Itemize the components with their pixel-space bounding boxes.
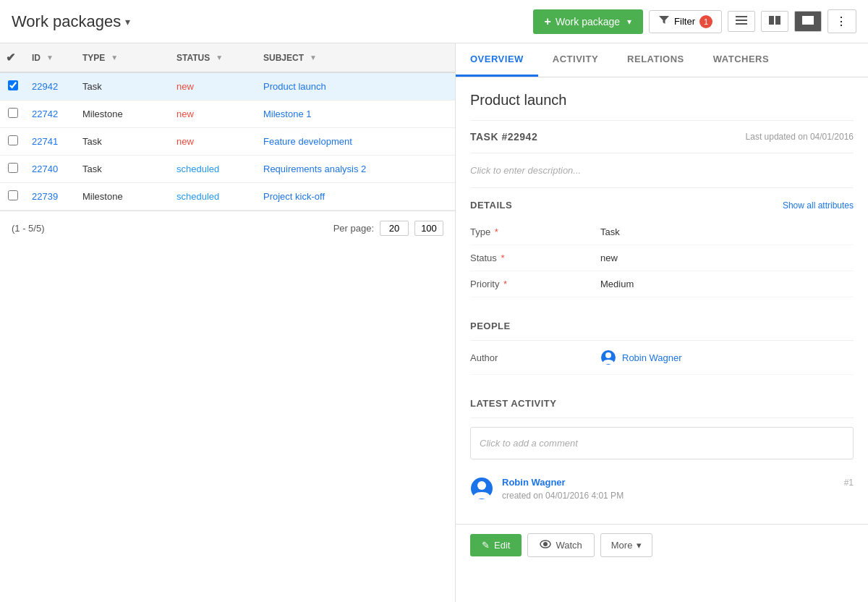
subject-column-header[interactable]: SUBJECT ▼ [258, 43, 455, 72]
row-checkbox-cell[interactable] [0, 101, 26, 128]
row-id-link[interactable]: 22739 [32, 191, 58, 202]
table-row[interactable]: 22942 Task new Product launch [0, 72, 455, 101]
type-sort[interactable]: TYPE ▼ [82, 53, 165, 63]
row-checkbox[interactable] [8, 108, 18, 118]
row-id-link[interactable]: 22741 [32, 136, 58, 147]
comment-input[interactable]: Click to add a comment [470, 427, 854, 459]
row-checkbox-cell[interactable] [0, 72, 26, 101]
row-subject-link[interactable]: Feature development [263, 136, 352, 147]
status-sort[interactable]: STATUS ▼ [176, 53, 252, 63]
activity-section: LATEST ACTIVITY Click to add a comment R… [470, 375, 854, 509]
row-type-cell: Task [77, 72, 171, 101]
table-body: 22942 Task new Product launch 22742 Mile… [0, 72, 455, 211]
svg-rect-0 [736, 16, 747, 17]
author-avatar-icon [600, 349, 616, 365]
activity-section-title: LATEST ACTIVITY [470, 398, 556, 409]
per-page-100-input[interactable] [414, 221, 443, 236]
description-area[interactable]: Click to enter description... [470, 153, 854, 188]
full-view-icon [802, 16, 814, 27]
tab-watchers[interactable]: WATCHERS [699, 43, 783, 77]
row-checkbox-cell[interactable] [0, 156, 26, 183]
row-id-link[interactable]: 22942 [32, 81, 58, 92]
table-footer: (1 - 5/5) Per page: [0, 211, 455, 245]
row-checkbox[interactable] [8, 190, 18, 200]
type-field-value[interactable]: Task [600, 226, 620, 237]
id-label: ID [32, 53, 41, 63]
row-type-cell: Milestone [77, 183, 171, 211]
id-sort[interactable]: ID ▼ [32, 53, 71, 63]
svg-point-7 [605, 352, 611, 358]
tab-overview[interactable]: OVERVIEW [456, 43, 538, 77]
row-checkbox[interactable] [8, 80, 18, 90]
row-checkbox-cell[interactable] [0, 128, 26, 156]
row-checkbox-cell[interactable] [0, 183, 26, 211]
row-subject-link[interactable]: Requirements analysis 2 [263, 164, 366, 174]
subject-sort[interactable]: SUBJECT ▼ [263, 53, 449, 63]
check-all-checkmark[interactable]: ✔ [6, 51, 15, 64]
more-label: More [611, 540, 633, 551]
row-id-cell: 22742 [26, 101, 77, 128]
priority-field-value[interactable]: Medium [600, 279, 634, 289]
row-status-cell: new [171, 101, 258, 128]
view-list-button[interactable] [728, 11, 755, 32]
type-field-row: Type * Task [470, 219, 854, 245]
plus-icon: + [545, 15, 551, 28]
more-button[interactable]: More ▾ [600, 533, 653, 557]
table-row[interactable]: 22740 Task scheduled Requirements analys… [0, 156, 455, 183]
type-column-header[interactable]: TYPE ▼ [77, 43, 171, 72]
activity-section-header: LATEST ACTIVITY [470, 386, 854, 418]
svg-point-9 [477, 481, 486, 490]
author-name[interactable]: Robin Wagner [622, 352, 682, 363]
per-page-20-input[interactable] [380, 221, 409, 236]
activity-avatar-icon [470, 477, 493, 500]
header-left: Work packages ▾ [12, 12, 130, 31]
new-work-package-button[interactable]: + Work package ▾ [533, 9, 644, 34]
row-id-cell: 22739 [26, 183, 77, 211]
row-checkbox[interactable] [8, 135, 18, 145]
row-id-cell: 22740 [26, 156, 77, 183]
detail-panel: OVERVIEW ACTIVITY RELATIONS WATCHERS Pro… [456, 43, 868, 602]
table-row[interactable]: 22741 Task new Feature development [0, 128, 455, 156]
status-label: STATUS [176, 53, 210, 63]
edit-button[interactable]: ✎ Edit [470, 534, 522, 556]
more-actions-button[interactable]: ⋮ [827, 9, 856, 33]
watch-icon [540, 540, 551, 551]
view-split-button[interactable] [761, 11, 788, 32]
status-field-label: Status * [470, 253, 600, 263]
filter-button[interactable]: Filter 1 [649, 10, 722, 33]
row-subject-link[interactable]: Milestone 1 [263, 109, 311, 119]
row-id-link[interactable]: 22740 [32, 164, 58, 174]
check-all-header[interactable]: ✔ [0, 43, 26, 72]
subject-label: SUBJECT [263, 53, 304, 63]
more-actions-icon: ⋮ [835, 15, 848, 27]
activity-username[interactable]: Robin Wagner [502, 477, 566, 488]
row-checkbox[interactable] [8, 163, 18, 173]
row-subject-link[interactable]: Project kick-off [263, 191, 325, 202]
row-subject-link[interactable]: Product launch [263, 81, 326, 92]
view-full-button[interactable] [794, 11, 822, 32]
activity-number: #1 [844, 478, 854, 488]
details-section-title: DETAILS [470, 200, 512, 211]
tab-relations[interactable]: RELATIONS [613, 43, 699, 77]
row-type-value: Task [82, 81, 102, 92]
status-column-header[interactable]: STATUS ▼ [171, 43, 258, 72]
status-required-marker: * [501, 253, 504, 263]
header: Work packages ▾ + Work package ▾ Filter … [0, 0, 868, 43]
row-status-value: new [176, 136, 194, 147]
table-row[interactable]: 22742 Milestone new Milestone 1 [0, 101, 455, 128]
row-id-cell: 22741 [26, 128, 77, 156]
id-sort-icon: ▼ [46, 54, 54, 62]
row-status-value: new [176, 81, 194, 92]
row-subject-cell: Requirements analysis 2 [258, 156, 455, 183]
tab-activity[interactable]: ACTIVITY [538, 43, 613, 77]
show-all-attributes-link[interactable]: Show all attributes [783, 200, 854, 211]
row-id-link[interactable]: 22742 [32, 109, 58, 119]
svg-rect-2 [736, 23, 747, 25]
status-field-value[interactable]: new [600, 253, 618, 263]
activity-user-row: Robin Wagner #1 [502, 477, 854, 488]
title-dropdown-icon[interactable]: ▾ [125, 16, 130, 27]
table-row[interactable]: 22739 Milestone scheduled Project kick-o… [0, 183, 455, 211]
id-column-header[interactable]: ID ▼ [26, 43, 77, 72]
watch-button[interactable]: Watch [527, 533, 594, 557]
watch-label: Watch [556, 540, 582, 551]
